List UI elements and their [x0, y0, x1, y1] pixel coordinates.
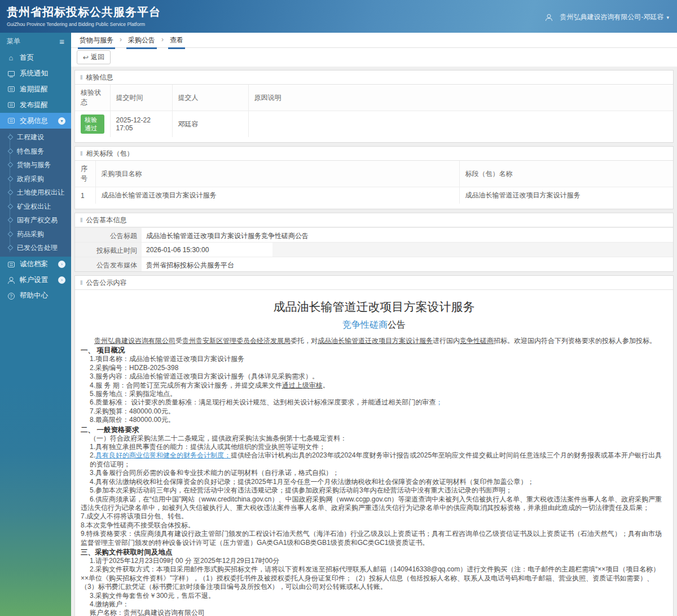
sidebar-subitem-land-use-rights[interactable]: 土地使用权出让 [0, 186, 71, 200]
column-header: 采购项目名称 [95, 161, 459, 187]
section-title: 公告基本信息 [86, 215, 127, 225]
doc-line: 3.采购文件每套售价￥300元，售后不退。 [81, 592, 667, 600]
info-value: 成品油长输管道迁改项目方案设计服务竞争性磋商公告 [142, 228, 673, 242]
doc-title: 成品油长输管道迁改项目方案设计服务 [81, 299, 667, 315]
table-row: 核验通过 2025-12-22 17:05 邓廷容 [75, 111, 673, 138]
announcement-panel: ‖ 公告公示内容 成品油长输管道迁改项目方案设计服务 竞争性磋商公告 贵州弘典建… [74, 275, 674, 616]
brand: 贵州省招标投标公共服务平台 GuiZhou Province Tendering… [7, 5, 161, 27]
column-header: 序号 [75, 161, 95, 187]
page: 贵州省招标投标公共服务平台 GuiZhou Province Tendering… [0, 0, 677, 616]
section-header: ‖ 核验信息 [75, 71, 673, 85]
person-icon [7, 277, 15, 284]
section-marker-icon: ‖ [80, 150, 83, 157]
column-header: 核验状态 [75, 85, 110, 111]
doc-line: 5.服务地点：采购指定地点。 [81, 390, 667, 398]
doc-intro-text: 进行国内 [433, 337, 460, 345]
breadcrumb: 货物与服务 › 采购公告 › 查看 [71, 33, 677, 48]
doc-line: 6.质量标准： 设计要求的质量标准：满足现行相关设计规范、达到相关设计标准深度要… [81, 398, 667, 407]
doc-intro-text: 委托，对 [291, 337, 318, 345]
sidebar-item-account-settings[interactable]: 帐户设置 › [0, 272, 71, 288]
section-marker-icon: ‖ [80, 279, 83, 286]
doc-line-text: 2. [90, 451, 95, 459]
main-content: 货物与服务 › 采购公告 › 查看 ↩ 返回 ‖ 核验信息 核验状态 提交时 [71, 33, 677, 616]
sidebar-item-label: 发布提醒 [20, 100, 48, 110]
doc-line-underlined: 通过上级审核 [282, 381, 323, 389]
sidebar-subitem-state-property[interactable]: 国有产权交易 [0, 213, 71, 227]
breadcrumb-separator: › [120, 36, 122, 43]
trade-submenu: 工程建设 特色服务 货物与服务 政府采购 土地使用权出让 矿业权出让 国有产权交… [0, 129, 71, 257]
folder-icon [7, 86, 15, 92]
sidebar-subitem-published-notices[interactable]: 已发公告处理 [0, 241, 71, 255]
table-header-row: 核验状态 提交时间 提交人 原因说明 [75, 85, 673, 111]
user-menu[interactable]: 贵州弘典建设咨询有限公司-邓廷容 ▾ [546, 12, 669, 22]
sidebar-subitem-special-services[interactable]: 特色服务 [0, 144, 71, 159]
section-header: ‖ 公告公示内容 [75, 276, 673, 290]
package-name-cell: 成品油长输管道迁改项目方案设计服务 [459, 187, 673, 204]
doc-line: 8.本次竞争性磋商不接受联合体投标。 [81, 521, 667, 530]
project-cell: 成品油长输管道迁改项目方案设计服务 [95, 187, 459, 204]
doc-line: （一）符合政府采购法第二十二条规定，提供政府采购法实施条例第十七条规定资料： [81, 434, 667, 443]
sidebar-item-label: 帮助中心 [20, 291, 48, 301]
person-cell: 邓廷容 [172, 111, 248, 138]
sidebar-item-label: 逾期提醒 [20, 85, 48, 94]
sidebar-menu-header: 菜单 ≡ [0, 33, 71, 50]
sidebar-subitem-gov-procurement[interactable]: 政府采购 [0, 172, 71, 186]
sidebar-item-credit-archive[interactable]: 诚信档案 › [0, 257, 71, 272]
info-row: 公告标题 成品油长输管道迁改项目方案设计服务竞争性磋商公告 [75, 227, 673, 242]
breadcrumb-item-goods-services[interactable]: 货物与服务 [78, 36, 115, 49]
sidebar-item-overdue-reminder[interactable]: 逾期提醒 [0, 81, 71, 97]
breadcrumb-item-view[interactable]: 查看 [168, 36, 185, 49]
section-title: 公告公示内容 [86, 278, 127, 288]
user-icon [546, 14, 552, 21]
doc-line: 1.项目名称：成品油长输管道迁改项目方案设计服务 [81, 355, 667, 363]
doc-line-text: 6.质量标准： 设计要求的质量标准：满足现行相关设计规范、达到相关设计标准深度要… [90, 398, 436, 406]
home-icon: ⌂ [7, 54, 15, 62]
table-row: 1 成品油长输管道迁改项目方案设计服务 成品油长输管道迁改项目方案设计服务 [75, 187, 673, 204]
back-label: 返回 [91, 52, 104, 62]
sidebar-subitem-goods-services[interactable]: 货物与服务 [0, 158, 71, 172]
doc-intro-underlined: 贵州弘典建设咨询有限公司 [94, 337, 175, 345]
verify-table-wrap: 核验状态 提交时间 提交人 原因说明 核验通过 2025-12-22 17:05… [75, 85, 673, 142]
doc-line-blue-underlined: 具有良好的商业信誉和健全的财务会计制度； [95, 451, 231, 459]
no-cell: 1 [75, 187, 95, 204]
doc-line: 3.具备履行合同所必需的设备和专业技术能力的证明材料（自行承诺，格式自拟）； [81, 469, 667, 477]
breadcrumb-item-procurement-notice[interactable]: 采购公告 [126, 36, 157, 49]
sidebar-item-label: 诚信档案 [20, 259, 48, 269]
sidebar-item-label: 首页 [20, 53, 34, 63]
sidebar-subitem-mining-rights[interactable]: 矿业权出让 [0, 200, 71, 214]
list-icon [7, 262, 15, 267]
doc-line: 2.具有良好的商业信誉和健全的财务会计制度；提供经合法审计机构出具的2023年或… [81, 451, 667, 469]
doc-line: 7.成交人不得将该项目分包、转包。 [81, 512, 667, 521]
package-table: 序号 采购项目名称 标段（包）名称 1 成品油长输管道迁改项目方案设计服务 成品… [75, 161, 673, 204]
user-name: 贵州弘典建设咨询有限公司-邓廷容 [560, 12, 663, 22]
sidebar-item-trade-info[interactable]: 交易信息 ▾ [0, 113, 71, 129]
doc-line: 账户名称：贵州弘典建设咨询有限公司 [81, 609, 667, 616]
verify-table: 核验状态 提交时间 提交人 原因说明 核验通过 2025-12-22 17:05… [75, 85, 673, 137]
doc-line: 4.具有依法缴纳税收和社会保障资金的良好记录；提供2025年1月至今任意一个月依… [81, 478, 667, 486]
doc-intro-text: 招标。欢迎国内符合下列资格要求的投标人参加投标。 [494, 337, 656, 345]
sidebar-subitem-drug-procurement[interactable]: 药品采购 [0, 227, 71, 241]
sidebar-item-publish-reminder[interactable]: 发布提醒 [0, 97, 71, 113]
hamburger-icon[interactable]: ≡ [59, 37, 64, 46]
doc-line: 4.缴纳账户： [81, 600, 667, 609]
sidebar-item-help-center[interactable]: ? 帮助中心 [0, 288, 71, 304]
sidebar-item-home[interactable]: ⌂ 首页 [0, 50, 71, 65]
doc-subtitle: 竞争性磋商公告 [81, 319, 667, 331]
column-header: 提交时间 [110, 85, 172, 111]
doc-section-heading: 一、 项目概况 [81, 346, 667, 355]
doc-paragraph: 9.特殊资格要求：供应商须具有建设行政主管部门颁发的工程设计石油天然气（海洋石油… [81, 530, 667, 547]
basic-info-panel: ‖ 公告基本信息 公告标题 成品油长输管道迁改项目方案设计服务竞争性磋商公告 投… [74, 213, 674, 272]
monitor-icon [7, 71, 15, 76]
section-header: ‖ 公告基本信息 [75, 213, 673, 227]
back-icon: ↩ [83, 54, 89, 61]
doc-subtitle-link[interactable]: 竞争性磋商 [342, 320, 388, 329]
sidebar-item-system-notice[interactable]: 系统通知 [0, 65, 71, 81]
doc-subtitle-rest: 公告 [388, 320, 406, 329]
back-button[interactable]: ↩ 返回 [77, 50, 111, 64]
info-label: 投标截止时间 [75, 243, 142, 257]
doc-line: 1.请于2025年12月23日09时 00 分 至2025年12月29日17时0… [81, 557, 667, 565]
doc-line: 5.参加本次采购活动前三年内，在经营活动中没有违法违规记录；提供参加政府采购活动… [81, 486, 667, 495]
info-label: 公告发布媒体 [75, 257, 142, 271]
sidebar: 菜单 ≡ ⌂ 首页 系统通知 逾期提醒 发布提醒 交易信息 ▾ 工程建设 特色服… [0, 33, 71, 616]
sidebar-subitem-project-construction[interactable]: 工程建设 [0, 130, 71, 144]
